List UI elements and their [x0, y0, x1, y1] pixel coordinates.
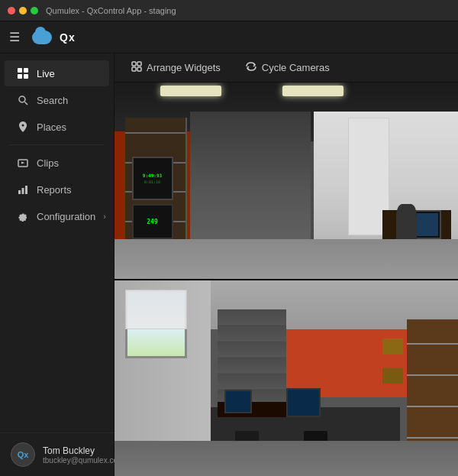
sidebar: Live Search	[0, 53, 114, 476]
topbar: ☰ Qx	[0, 21, 458, 53]
svg-rect-12	[132, 67, 136, 71]
sidebar-divider	[9, 144, 105, 145]
window-blind	[125, 290, 187, 329]
svg-rect-10	[132, 62, 136, 66]
user-email: tbuckley@qumulex.com	[43, 456, 124, 465]
monitor-2a	[224, 390, 252, 413]
avatar-qx-text: Qx	[18, 450, 29, 459]
svg-rect-8	[22, 188, 24, 194]
arrange-widgets-icon	[131, 61, 142, 74]
cycle-cameras-label: Cycle Cameras	[262, 62, 330, 73]
grid-icon	[17, 67, 29, 79]
sidebar-configuration-label: Configuration	[37, 211, 95, 222]
content-area: Arrange Widgets Cycle Cameras	[114, 53, 458, 476]
person-silhouette	[396, 204, 417, 243]
close-button[interactable]	[8, 7, 15, 15]
sidebar-item-live[interactable]: Live	[5, 60, 109, 86]
sidebar-item-configuration[interactable]: Configuration ›	[5, 203, 109, 229]
svg-rect-0	[18, 68, 22, 73]
light-2	[282, 86, 344, 96]
box-2	[382, 368, 403, 384]
cycle-cameras-icon	[245, 61, 257, 74]
camera-scene-1: 9:49:93 0:01:10 249	[114, 83, 458, 279]
svg-point-4	[19, 96, 25, 102]
reports-icon	[17, 183, 29, 196]
svg-rect-2	[18, 74, 22, 79]
camera-scene-2	[114, 280, 458, 477]
sidebar-nav: Live Search	[0, 53, 114, 432]
sidebar-reports-label: Reports	[37, 184, 72, 196]
gear-icon	[17, 210, 29, 222]
monitor-right	[414, 210, 441, 239]
svg-rect-3	[24, 74, 28, 79]
sidebar-search-label: Search	[37, 95, 68, 106]
minimize-button[interactable]	[19, 7, 27, 15]
camera-grid: 9:49:93 0:01:10 249	[114, 83, 458, 476]
svg-rect-7	[18, 190, 21, 194]
cloud-icon	[32, 31, 52, 44]
floor-1	[114, 239, 458, 278]
maximize-button[interactable]	[31, 7, 38, 15]
sidebar-footer: Qx Tom Buckley tbuckley@qumulex.com	[0, 432, 114, 476]
box-1	[382, 338, 403, 355]
search-icon	[17, 94, 29, 106]
avatar: Qx	[11, 442, 35, 467]
user-info: Tom Buckley tbuckley@qumulex.com	[43, 445, 124, 465]
sidebar-live-label: Live	[37, 68, 55, 79]
configuration-chevron-icon: ›	[103, 212, 106, 221]
clips-icon	[17, 157, 29, 169]
sidebar-item-reports[interactable]: Reports	[5, 176, 109, 202]
content-toolbar: Arrange Widgets Cycle Cameras	[114, 53, 458, 83]
timer-display: 9:49:93 0:01:10	[132, 157, 173, 199]
svg-rect-1	[24, 68, 28, 73]
qx-logo: Qx	[60, 31, 76, 44]
app-container: ☰ Qx Live	[0, 21, 458, 476]
cycle-cameras-button[interactable]: Cycle Cameras	[240, 58, 334, 77]
svg-line-5	[25, 102, 28, 105]
sidebar-item-search[interactable]: Search	[5, 87, 109, 113]
titlebar: Qumulex - QxControl App - staging	[0, 0, 458, 21]
camera-feed-2	[114, 280, 458, 477]
svg-rect-11	[137, 62, 141, 66]
sidebar-clips-label: Clips	[37, 157, 59, 169]
hamburger-icon[interactable]: ☰	[9, 30, 24, 44]
number-display: 249	[132, 204, 173, 239]
main-area: Live Search	[0, 53, 458, 476]
svg-rect-13	[137, 67, 141, 71]
svg-rect-9	[25, 186, 27, 194]
arrange-widgets-button[interactable]: Arrange Widgets	[127, 58, 225, 77]
floor-2	[114, 441, 458, 476]
sidebar-item-places[interactable]: Places	[5, 114, 109, 140]
user-name: Tom Buckley	[43, 445, 124, 456]
sidebar-places-label: Places	[37, 121, 66, 133]
sidebar-item-clips[interactable]: Clips	[5, 150, 109, 176]
window-controls[interactable]	[8, 7, 38, 15]
window-title: Qumulex - QxControl App - staging	[46, 6, 176, 15]
monitor-2b	[286, 388, 321, 417]
arrange-widgets-label: Arrange Widgets	[147, 62, 221, 73]
light-1	[160, 86, 221, 96]
pin-icon	[17, 121, 29, 133]
camera-feed-1: 9:49:93 0:01:10 249	[114, 83, 458, 279]
